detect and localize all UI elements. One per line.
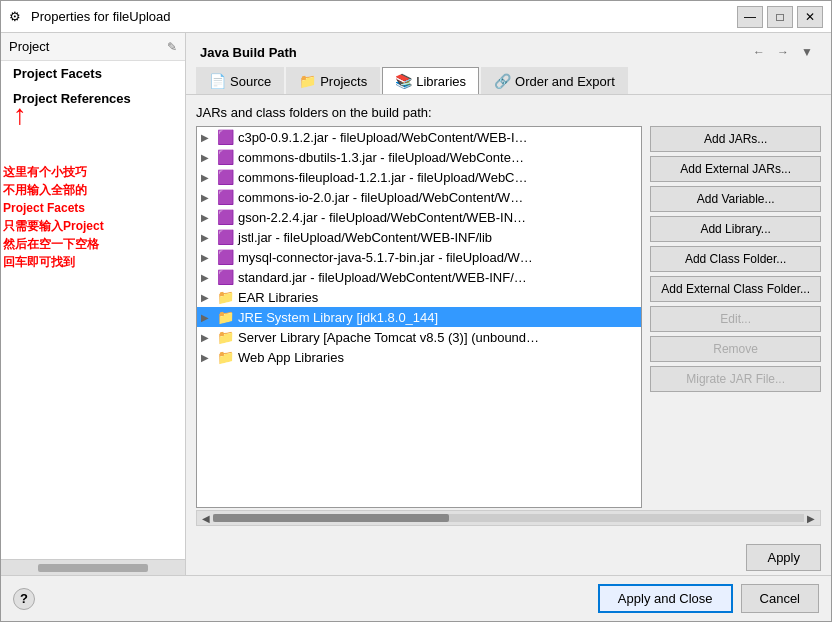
list-item[interactable]: ▶ 🟪 standard.jar - fileUpload/WebContent…: [197, 267, 641, 287]
add-external-class-folder-button[interactable]: Add External Class Folder...: [650, 276, 821, 302]
horizontal-scrollbar[interactable]: ◀ ▶: [196, 510, 821, 526]
button-column: Add JARs... Add External JARs... Add Var…: [650, 126, 821, 508]
jar-icon: 🟪: [217, 149, 234, 165]
apply-close-button[interactable]: Apply and Close: [598, 584, 733, 613]
right-panel: Java Build Path ← → ▼ 📄 Source 📁 Project…: [186, 33, 831, 575]
lib-item-name: commons-dbutils-1.3.jar - fileUpload/Web…: [238, 150, 524, 165]
jar-icon: 🟪: [217, 269, 234, 285]
folder-icon: 📁: [217, 349, 234, 365]
jar-icon: 🟪: [217, 209, 234, 225]
tabs-bar: 📄 Source 📁 Projects 📚 Libraries 🔗 Order …: [186, 67, 831, 95]
lib-item-name: standard.jar - fileUpload/WebContent/WEB…: [238, 270, 527, 285]
window-title: Properties for fileUpload: [31, 9, 737, 24]
list-item[interactable]: ▶ 🟪 commons-io-2.0.jar - fileUpload/WebC…: [197, 187, 641, 207]
bottom-left: ?: [13, 588, 35, 610]
edit-button[interactable]: Edit...: [650, 306, 821, 332]
folder-icon: 📁: [217, 289, 234, 305]
nav-dropdown[interactable]: ▼: [797, 43, 817, 61]
edit-icon[interactable]: ✎: [167, 40, 177, 54]
help-button[interactable]: ?: [13, 588, 35, 610]
scroll-track: [213, 514, 804, 522]
sidebar-scroll-thumb: [38, 564, 148, 572]
source-tab-icon: 📄: [209, 73, 226, 89]
minimize-button[interactable]: —: [737, 6, 763, 28]
list-item[interactable]: ▶ 📁 Server Library [Apache Tomcat v8.5 (…: [197, 327, 641, 347]
cancel-button[interactable]: Cancel: [741, 584, 819, 613]
library-section: ▶ 🟪 c3p0-0.9.1.2.jar - fileUpload/WebCon…: [196, 126, 821, 508]
expand-icon: ▶: [201, 232, 213, 243]
library-list[interactable]: ▶ 🟪 c3p0-0.9.1.2.jar - fileUpload/WebCon…: [196, 126, 642, 508]
expand-icon: ▶: [201, 252, 213, 263]
projects-tab-icon: 📁: [299, 73, 316, 89]
sidebar-items: Project Facets Project References: [1, 61, 185, 559]
tab-source[interactable]: 📄 Source: [196, 67, 284, 94]
projects-tab-label: Projects: [320, 74, 367, 89]
content-area: JARs and class folders on the build path…: [186, 95, 831, 536]
list-item[interactable]: ▶ 🟪 jstl.jar - fileUpload/WebContent/WEB…: [197, 227, 641, 247]
lib-item-name: Web App Libraries: [238, 350, 344, 365]
lib-item-name: jstl.jar - fileUpload/WebContent/WEB-INF…: [238, 230, 492, 245]
list-item[interactable]: ▶ 📁 JRE System Library [jdk1.8.0_144]: [197, 307, 641, 327]
list-item[interactable]: ▶ 📁 EAR Libraries: [197, 287, 641, 307]
add-external-jars-button[interactable]: Add External JARs...: [650, 156, 821, 182]
panel-nav: ← → ▼: [749, 43, 817, 61]
main-content: Project ✎ Project Facets Project Referen…: [1, 33, 831, 575]
expand-icon: ▶: [201, 332, 213, 343]
sidebar: Project ✎ Project Facets Project Referen…: [1, 33, 186, 575]
add-class-folder-button[interactable]: Add Class Folder...: [650, 246, 821, 272]
nav-back[interactable]: ←: [749, 43, 769, 61]
close-button[interactable]: ✕: [797, 6, 823, 28]
sidebar-header: Project ✎: [1, 33, 185, 61]
list-item[interactable]: ▶ 🟪 commons-fileupload-1.2.1.jar - fileU…: [197, 167, 641, 187]
apply-button[interactable]: Apply: [746, 544, 821, 571]
window-icon: ⚙: [9, 9, 25, 25]
expand-icon: ▶: [201, 352, 213, 363]
expand-icon: ▶: [201, 152, 213, 163]
bottom-right: Apply and Close Cancel: [598, 584, 819, 613]
scroll-left-icon[interactable]: ◀: [199, 513, 213, 524]
maximize-button[interactable]: □: [767, 6, 793, 28]
tab-order-export[interactable]: 🔗 Order and Export: [481, 67, 628, 94]
content-description: JARs and class folders on the build path…: [196, 105, 821, 120]
add-variable-button[interactable]: Add Variable...: [650, 186, 821, 212]
lib-item-name: c3p0-0.9.1.2.jar - fileUpload/WebContent…: [238, 130, 528, 145]
list-item[interactable]: ▶ 📁 Web App Libraries: [197, 347, 641, 367]
order-export-tab-label: Order and Export: [515, 74, 615, 89]
jar-icon: 🟪: [217, 229, 234, 245]
migrate-jar-button[interactable]: Migrate JAR File...: [650, 366, 821, 392]
sidebar-scroll[interactable]: [1, 559, 185, 575]
bottom-bar: ? Apply and Close Cancel: [1, 575, 831, 621]
lib-item-name: commons-io-2.0.jar - fileUpload/WebConte…: [238, 190, 523, 205]
sidebar-title: Project: [9, 39, 49, 54]
scroll-right-icon[interactable]: ▶: [804, 513, 818, 524]
tab-projects[interactable]: 📁 Projects: [286, 67, 380, 94]
jar-icon: 🟪: [217, 129, 234, 145]
list-item[interactable]: ▶ 🟪 c3p0-0.9.1.2.jar - fileUpload/WebCon…: [197, 127, 641, 147]
lib-item-name: JRE System Library [jdk1.8.0_144]: [238, 310, 438, 325]
lib-item-name: EAR Libraries: [238, 290, 318, 305]
jar-icon: 🟪: [217, 249, 234, 265]
expand-icon: ▶: [201, 212, 213, 223]
add-jars-button[interactable]: Add JARs...: [650, 126, 821, 152]
expand-icon: ▶: [201, 172, 213, 183]
lib-item-name: gson-2.2.4.jar - fileUpload/WebContent/W…: [238, 210, 526, 225]
expand-icon: ▶: [201, 132, 213, 143]
libraries-tab-icon: 📚: [395, 73, 412, 89]
lib-item-name: commons-fileupload-1.2.1.jar - fileUploa…: [238, 170, 528, 185]
remove-button[interactable]: Remove: [650, 336, 821, 362]
jar-icon: 🟪: [217, 169, 234, 185]
list-item[interactable]: ▶ 🟪 commons-dbutils-1.3.jar - fileUpload…: [197, 147, 641, 167]
panel-header: Java Build Path ← → ▼: [186, 33, 831, 67]
sidebar-item-project-facets[interactable]: Project Facets: [1, 61, 185, 86]
scroll-thumb: [213, 514, 449, 522]
tab-libraries[interactable]: 📚 Libraries: [382, 67, 479, 94]
title-bar-controls: — □ ✕: [737, 6, 823, 28]
list-item[interactable]: ▶ 🟪 gson-2.2.4.jar - fileUpload/WebConte…: [197, 207, 641, 227]
add-library-button[interactable]: Add Library...: [650, 216, 821, 242]
libraries-tab-label: Libraries: [416, 74, 466, 89]
folder-icon: 📁: [217, 309, 234, 325]
main-window: ⚙ Properties for fileUpload — □ ✕ Projec…: [0, 0, 832, 622]
sidebar-item-project-references[interactable]: Project References: [1, 86, 185, 111]
nav-forward[interactable]: →: [773, 43, 793, 61]
list-item[interactable]: ▶ 🟪 mysql-connector-java-5.1.7-bin.jar -…: [197, 247, 641, 267]
